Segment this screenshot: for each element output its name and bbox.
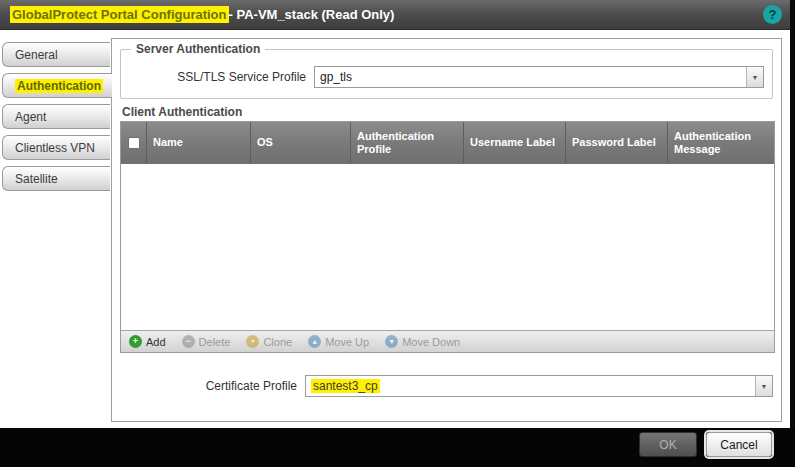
ssl-tls-row: SSL/TLS Service Profile gp_tls ▼: [129, 66, 764, 88]
server-authentication-group: Server Authentication SSL/TLS Service Pr…: [120, 49, 773, 99]
table-header-row: Name OS Authentication Profile Username …: [121, 122, 774, 164]
move-down-button-label: Move Down: [402, 336, 460, 348]
tab-label: Clientless VPN: [15, 141, 95, 155]
move-down-icon: ▼: [385, 335, 398, 348]
move-up-button-label: Move Up: [325, 336, 369, 348]
tab-label: Satellite: [15, 172, 58, 186]
ssl-tls-service-profile-label: SSL/TLS Service Profile: [129, 70, 314, 84]
tab-label: Authentication: [15, 79, 103, 93]
table-header-checkbox-cell: [121, 122, 147, 164]
move-down-button[interactable]: ▼ Move Down: [385, 335, 460, 348]
sidebar-item-authentication[interactable]: Authentication: [2, 73, 112, 98]
column-header-authentication-message: Authentication Message: [668, 122, 774, 164]
clone-button[interactable]: ▪ Clone: [246, 335, 292, 348]
sidebar-item-agent[interactable]: Agent: [2, 104, 110, 129]
certificate-profile-value: santest3_cp: [306, 379, 755, 393]
sidebar-item-clientless-vpn[interactable]: Clientless VPN: [2, 135, 110, 160]
clone-button-label: Clone: [263, 336, 292, 348]
dialog-titlebar: GlobalProtect Portal Configuration - PA-…: [0, 0, 790, 30]
column-header-name: Name: [147, 122, 251, 164]
ssl-tls-service-profile-value: gp_tls: [315, 70, 746, 84]
select-all-checkbox[interactable]: [128, 137, 140, 149]
column-header-os: OS: [251, 122, 351, 164]
table-body-empty: [121, 164, 774, 330]
delete-icon: −: [182, 335, 195, 348]
tab-label: Agent: [15, 110, 46, 124]
move-up-button[interactable]: ▲ Move Up: [308, 335, 369, 348]
certificate-profile-row: Certificate Profile santest3_cp ▼: [120, 375, 773, 397]
help-icon[interactable]: ?: [763, 5, 782, 24]
sidebar-item-general[interactable]: General: [2, 42, 110, 67]
ssl-tls-service-profile-select[interactable]: gp_tls ▼: [314, 66, 764, 88]
table-toolbar: + Add − Delete ▪ Clone ▲ Move Up: [121, 330, 774, 352]
move-up-icon: ▲: [308, 335, 321, 348]
certificate-profile-select[interactable]: santest3_cp ▼: [305, 375, 773, 397]
sidebar-item-satellite[interactable]: Satellite: [2, 166, 110, 191]
client-authentication-heading: Client Authentication: [122, 105, 242, 119]
delete-button-label: Delete: [199, 336, 231, 348]
screen: GlobalProtect Portal Configuration - PA-…: [0, 0, 795, 467]
delete-button[interactable]: − Delete: [182, 335, 231, 348]
add-button-label: Add: [146, 336, 166, 348]
column-header-password-label: Password Label: [566, 122, 668, 164]
dialog-title-suffix: - PA-VM_stack (Read Only): [229, 7, 395, 22]
server-authentication-legend: Server Authentication: [131, 42, 265, 56]
add-icon: +: [129, 335, 142, 348]
tab-label: General: [15, 48, 58, 62]
cancel-button[interactable]: Cancel: [706, 432, 772, 457]
certificate-profile-label: Certificate Profile: [120, 379, 305, 393]
ok-button[interactable]: OK: [639, 432, 697, 457]
certificate-profile-value-highlighted: santest3_cp: [311, 379, 380, 393]
dialog-body: General Authentication Agent Clientless …: [0, 30, 790, 428]
column-header-authentication-profile: Authentication Profile: [351, 122, 464, 164]
clone-icon: ▪: [246, 335, 259, 348]
add-button[interactable]: + Add: [129, 335, 166, 348]
client-authentication-table: Name OS Authentication Profile Username …: [120, 121, 775, 353]
dialog-footer: OK Cancel: [0, 428, 795, 467]
column-header-username-label: Username Label: [464, 122, 566, 164]
dialog-title-highlighted: GlobalProtect Portal Configuration: [10, 6, 229, 23]
content-panel: Server Authentication SSL/TLS Service Pr…: [111, 38, 782, 422]
chevron-down-icon[interactable]: ▼: [746, 67, 763, 87]
chevron-down-icon[interactable]: ▼: [755, 376, 772, 396]
